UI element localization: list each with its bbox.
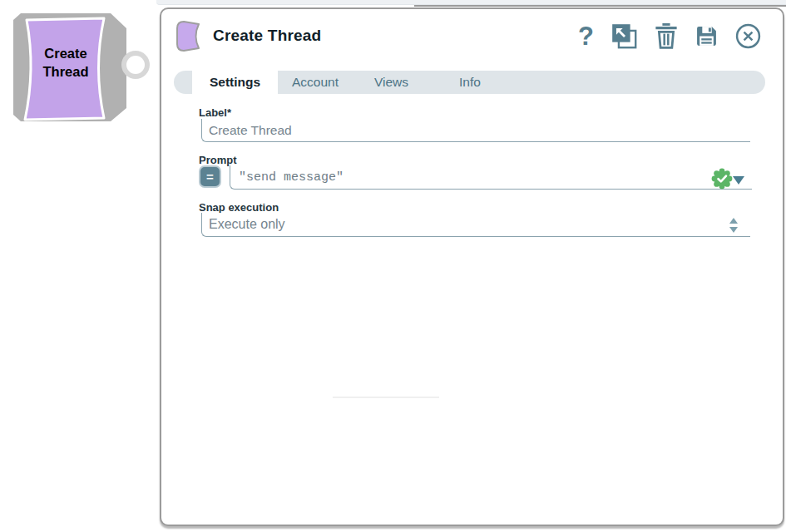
tab-info[interactable]: Info [459, 71, 481, 94]
background-panel-edge [414, 5, 786, 7]
dialog-title: Create Thread [213, 27, 321, 45]
prompt-dropdown-caret-icon[interactable] [733, 176, 744, 185]
snap-settings-dialog: Create Thread ? [160, 7, 784, 526]
dialog-header-actions: ? [578, 22, 761, 50]
help-icon[interactable]: ? [578, 23, 594, 49]
prompt-input[interactable]: "send message" [230, 165, 752, 190]
tab-account[interactable]: Account [292, 71, 339, 94]
popup-icon[interactable] [611, 23, 637, 49]
label-field-label: Label* [199, 106, 231, 119]
prompt-field-label: Prompt [199, 154, 237, 166]
close-icon[interactable] [735, 23, 761, 49]
faint-divider [333, 397, 439, 398]
snap-shape-icon [175, 21, 200, 52]
label-input[interactable]: Create Thread [201, 119, 750, 142]
tab-views[interactable]: Views [374, 71, 408, 94]
suggest-valid-badge-icon[interactable] [711, 168, 733, 193]
snap-label-line1: Create [44, 46, 87, 61]
snap-execution-select[interactable]: Execute only [201, 213, 750, 237]
tab-settings[interactable]: Settings [192, 71, 278, 94]
save-icon[interactable] [695, 25, 718, 47]
select-spinner-icon[interactable] [729, 218, 738, 233]
delete-icon[interactable] [655, 23, 678, 49]
execution-field-label: Snap execution [199, 201, 279, 214]
snaplogic-canvas: Create Thread Create Thread ? [0, 0, 786, 532]
dialog-tabbar: Settings Account Views Info [174, 71, 765, 94]
expression-toggle-button[interactable]: = [199, 165, 221, 188]
snap-label-line2: Thread [42, 64, 88, 79]
create-thread-snap-node[interactable]: Create Thread [0, 5, 158, 130]
